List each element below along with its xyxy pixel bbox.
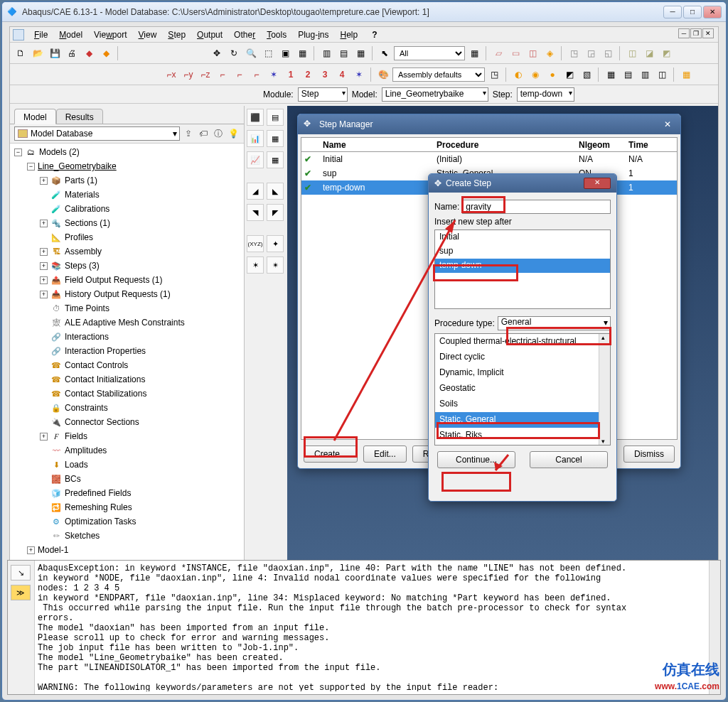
tree-item[interactable]: +📥History Output Requests (1) [11, 287, 242, 301]
tool-histout-icon[interactable]: 📈 [247, 151, 264, 168]
create-step-titlebar[interactable]: ✥ Create Step ✕ [429, 174, 616, 193]
tool-d-icon[interactable]: ◤ [267, 204, 284, 221]
tree-item[interactable]: +🔩Sections (1) [11, 216, 242, 230]
tab-results[interactable]: Results [56, 109, 103, 124]
db-filter-icon[interactable]: 🏷 [197, 127, 210, 140]
menu-step[interactable]: Step [164, 28, 190, 41]
view3-icon[interactable]: ▦ [353, 45, 368, 61]
tree-item[interactable]: +🏗Assembly [11, 244, 242, 259]
step-select[interactable]: temp-down [517, 87, 574, 102]
tool-histmgr-icon[interactable]: ▦ [267, 151, 284, 168]
console-tab-2[interactable]: ≫ [11, 585, 31, 600]
tree-item[interactable]: 🧊Predefined Fields [11, 486, 242, 500]
dg-icon[interactable]: ◳ [486, 67, 502, 82]
tool-point-icon[interactable]: ✦ [267, 235, 284, 252]
csys-2-icon[interactable]: ⌐ [232, 67, 247, 82]
fit-icon[interactable]: ▣ [277, 45, 293, 61]
list-item[interactable]: Dynamic, Implicit [435, 365, 610, 381]
persp2-icon[interactable]: ◪ [641, 45, 657, 61]
create-step-close-icon[interactable]: ✕ [584, 178, 611, 189]
final-icon[interactable]: ▦ [678, 67, 694, 82]
mdi-close[interactable]: ✕ [702, 28, 714, 38]
tree-item[interactable]: ⚙Optimization Tasks [11, 514, 242, 529]
mdi-minimize[interactable]: ─ [678, 28, 690, 38]
tree-item[interactable]: +📚Steps (3) [11, 259, 242, 273]
menu-plugins[interactable]: Plug-ins [294, 28, 333, 41]
list-item[interactable]: temp-down [435, 259, 610, 273]
view1-icon[interactable]: ▥ [318, 45, 334, 61]
console-text[interactable]: AbaqusException: in keyword *INSTANCE, f… [38, 563, 706, 691]
context-help-icon[interactable]: ? [368, 28, 381, 41]
step-manager-close-icon[interactable]: ✕ [660, 119, 675, 129]
print-icon[interactable]: 🖨 [64, 45, 80, 61]
menu-tools[interactable]: Tools [262, 28, 291, 41]
tree-item[interactable]: 🧪Materials [11, 188, 242, 202]
model-select[interactable]: Line_Geometrybaike [382, 87, 488, 102]
tool-b-icon[interactable]: ◣ [267, 183, 284, 200]
csys-1-icon[interactable]: ⌐ [215, 67, 230, 82]
box2-icon[interactable]: ▭ [508, 45, 523, 61]
menu-view[interactable]: View [134, 28, 161, 41]
axis-icon[interactable]: ✶ [266, 67, 282, 82]
tree-item[interactable]: ☎Contact Initializations [11, 372, 242, 387]
db-red-icon[interactable]: ◆ [81, 45, 97, 61]
menu-file[interactable]: File [30, 28, 52, 41]
table-row[interactable]: ✔Initial(Initial)N/AN/A [301, 152, 677, 166]
tool-stepmanager-icon[interactable]: ▤ [267, 109, 284, 126]
tab-model[interactable]: Model [14, 109, 56, 124]
cancel-button[interactable]: Cancel [530, 451, 608, 468]
tool-ax1-icon[interactable]: ✶ [247, 256, 264, 274]
list-item[interactable]: Geostatic [435, 381, 610, 396]
display-group-dropdown[interactable]: Assembly defaults [392, 68, 485, 82]
continue-button[interactable]: Continue... [437, 451, 515, 468]
maximize-button[interactable]: □ [683, 6, 702, 18]
list-item[interactable]: Coupled thermal-electrical-structural [435, 334, 610, 350]
grid2-icon[interactable]: ▤ [620, 67, 636, 82]
circ3-icon[interactable]: ● [545, 67, 560, 82]
menu-model[interactable]: Model [55, 28, 87, 41]
wire3-icon[interactable]: ◱ [600, 45, 616, 61]
module-select[interactable]: Step [298, 87, 348, 102]
rotate-icon[interactable]: ↻ [226, 45, 242, 61]
tree-item[interactable]: +📦Parts (1) [11, 173, 242, 188]
list-item[interactable]: Visco [435, 443, 610, 446]
tree-item[interactable]: 🔌Connector Sections [11, 415, 242, 429]
console-tab-1[interactable]: ↘ [11, 565, 31, 580]
num-3[interactable]: 3 [317, 67, 333, 82]
tree-item[interactable]: 🔗Interaction Properties [11, 344, 242, 358]
tree-item[interactable]: +𝐹Fields [11, 429, 242, 443]
tool-fieldout-icon[interactable]: 📊 [247, 130, 264, 147]
tree-item[interactable]: ✏Sketches [11, 529, 242, 543]
axis2-icon[interactable]: ✶ [351, 67, 367, 82]
new-icon[interactable]: 🗋 [13, 45, 28, 61]
zoom-box-icon[interactable]: ⬚ [260, 45, 276, 61]
close-button[interactable]: ✕ [703, 6, 722, 18]
view2-icon[interactable]: ▤ [336, 45, 351, 61]
edit-button[interactable]: Edit... [363, 446, 407, 463]
menu-output[interactable]: Output [193, 28, 227, 41]
list-item[interactable]: Static, Riks [435, 428, 610, 443]
csys-xz-icon[interactable]: ⌐z [198, 67, 213, 82]
csys-3-icon[interactable]: ⌐ [249, 67, 264, 82]
num-4[interactable]: 4 [334, 67, 350, 82]
list-item[interactable]: Direct cyclic [435, 350, 610, 365]
tree-item[interactable]: ☎Contact Controls [11, 358, 242, 372]
annot2-icon[interactable]: ▧ [579, 67, 594, 82]
cube-icon[interactable]: ◈ [542, 45, 557, 61]
wire2-icon[interactable]: ◲ [583, 45, 599, 61]
tree-item[interactable]: 🕸ALE Adaptive Mesh Constraints [11, 315, 242, 330]
menu-viewport[interactable]: Viewport [90, 28, 132, 41]
tree-model-1[interactable]: +Model-1 [11, 543, 242, 557]
box1-icon[interactable]: ▱ [491, 45, 506, 61]
fit-all-icon[interactable]: ▦ [294, 45, 310, 61]
db-up-icon[interactable]: ⇪ [182, 127, 195, 140]
annot1-icon[interactable]: ◩ [562, 67, 577, 82]
tree-item[interactable]: 🧱BCs [11, 472, 242, 486]
step-manager-titlebar[interactable]: ✥ Step Manager ✕ [298, 114, 680, 134]
name-input[interactable] [462, 200, 611, 214]
minimize-button[interactable]: ─ [663, 6, 682, 18]
menu-other[interactable]: Other [230, 28, 259, 41]
tree-item[interactable]: ⬇Loads [11, 458, 242, 472]
grid4-icon[interactable]: ◫ [654, 67, 670, 82]
tool-createstep-icon[interactable]: ⬛ [247, 109, 264, 126]
